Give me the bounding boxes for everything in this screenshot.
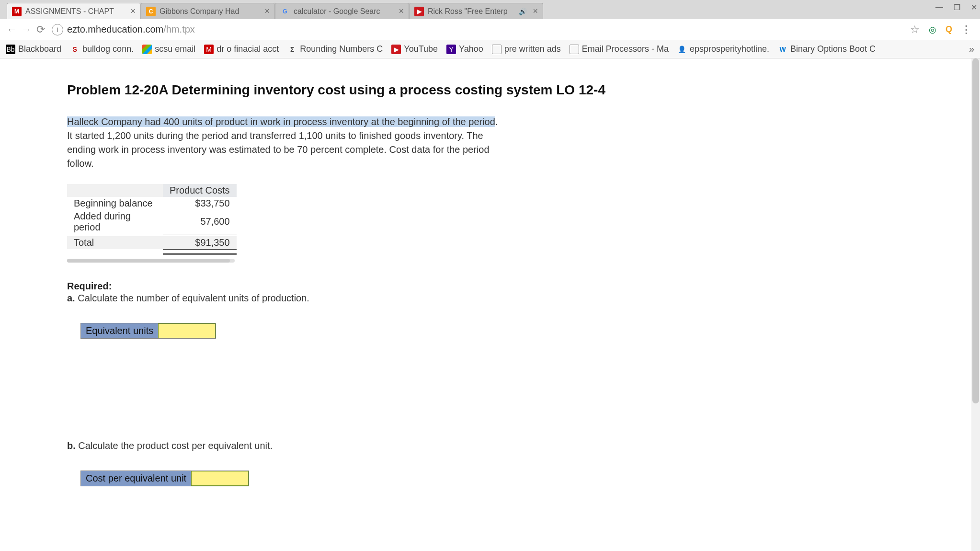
bookmark-star-icon[interactable]: ☆ <box>910 23 920 36</box>
highlighted-text: Halleck Company had 400 units of product… <box>67 116 495 127</box>
tab-favicon: M <box>12 7 22 16</box>
cost-row-label: Added during period <box>67 210 163 234</box>
bookmark-label: scsu email <box>155 44 195 54</box>
vertical-scrollbar[interactable] <box>971 58 980 551</box>
extension-icon[interactable]: Q <box>944 24 954 35</box>
answer-box-b: Cost per equivalent unit <box>80 471 249 486</box>
tab-favicon: G <box>280 7 290 16</box>
back-button[interactable]: ← <box>5 23 19 36</box>
minimize-icon[interactable]: — <box>935 3 943 12</box>
bookmark-icon: 👤 <box>677 45 687 54</box>
bookmark-item[interactable]: ΣRounding Numbers C <box>287 44 383 54</box>
bookmark-bar: BbBlackboard Sbulldog conn. scsu email M… <box>0 40 980 58</box>
browser-tab-active[interactable]: M ASSIGNMENTS - CHAPT × <box>7 3 141 19</box>
bookmark-item[interactable]: scsu email <box>142 44 195 54</box>
reload-button[interactable]: ⟳ <box>34 23 48 36</box>
tab-close-icon[interactable]: × <box>533 6 538 16</box>
tab-close-icon[interactable]: × <box>399 6 404 16</box>
tab-close-icon[interactable]: × <box>130 6 136 16</box>
requirement-a: a. Calculate the number of equivalent un… <box>67 293 980 304</box>
forward-button[interactable]: → <box>19 23 34 36</box>
bookmark-label: Rounding Numbers C <box>300 44 383 54</box>
tab-title: Gibbons Company Had <box>160 7 261 16</box>
requirement-b: b. Calculate the product cost per equiva… <box>67 440 980 451</box>
browser-tab-strip: M ASSIGNMENTS - CHAPT × C Gibbons Compan… <box>0 0 980 19</box>
tab-title: calculator - Google Searc <box>294 7 395 16</box>
bookmark-item[interactable]: WBinary Options Boot C <box>778 44 876 54</box>
bookmark-icon: ▶ <box>391 45 401 54</box>
bookmark-label: epsprosperityhotline. <box>690 44 769 54</box>
bookmark-item[interactable]: 👤epsprosperityhotline. <box>677 44 769 54</box>
bookmark-item[interactable]: Mdr o finacial acct <box>204 44 279 54</box>
url-host: ezto.mheducation.com <box>67 24 163 34</box>
tab-favicon: ▶ <box>414 7 424 16</box>
window-controls: — ❐ ✕ <box>935 3 977 12</box>
bookmark-label: Blackboard <box>18 44 61 54</box>
bookmark-icon: W <box>778 45 787 54</box>
bookmark-overflow-icon[interactable]: » <box>969 44 974 55</box>
browser-tab[interactable]: C Gibbons Company Had × <box>141 3 275 19</box>
close-window-icon[interactable]: ✕ <box>971 3 977 12</box>
tab-favicon: C <box>146 7 156 16</box>
bookmark-item[interactable]: pre written ads <box>492 44 561 54</box>
bookmark-icon <box>142 45 152 54</box>
extension-icon[interactable]: ◎ <box>927 24 938 35</box>
bookmark-icon: Σ <box>287 45 297 54</box>
tab-close-icon[interactable]: × <box>264 6 270 16</box>
cost-table-header: Product Costs <box>163 184 237 197</box>
bookmark-label: Binary Options Boot C <box>790 44 876 54</box>
cost-total-label: Total <box>67 236 163 250</box>
restore-icon[interactable]: ❐ <box>954 3 960 12</box>
bookmark-icon <box>570 45 579 54</box>
bookmark-icon: Bb <box>6 45 15 54</box>
tab-audio-icon[interactable]: 🔊 <box>519 8 527 15</box>
tab-title: ASSIGNMENTS - CHAPT <box>25 7 126 16</box>
browser-menu-icon[interactable]: ⋮ <box>961 23 971 36</box>
table-scrollbar[interactable] <box>67 259 235 263</box>
cost-table: Product Costs Beginning balance$33,750 A… <box>67 184 237 255</box>
url-path: /hm.tpx <box>163 24 195 34</box>
bookmark-label: Email Processors - Ma <box>582 44 669 54</box>
problem-title: Problem 12-20A Determining inventory cos… <box>67 82 980 98</box>
problem-text: Halleck Company had 400 units of product… <box>67 115 498 171</box>
tab-title: Rick Ross "Free Enterp <box>428 7 517 16</box>
bookmark-item[interactable]: BbBlackboard <box>6 44 61 54</box>
page-content: Problem 12-20A Determining inventory cos… <box>0 58 980 486</box>
answer-label-b: Cost per equivalent unit <box>81 471 191 486</box>
url-input[interactable]: ezto.mheducation.com/hm.tpx <box>67 24 905 35</box>
cost-row-amount: 57,600 <box>163 210 237 234</box>
answer-label-a: Equivalent units <box>81 323 158 338</box>
browser-tab[interactable]: ▶ Rick Ross "Free Enterp 🔊 × <box>409 3 543 19</box>
bookmark-icon: Y <box>446 45 456 54</box>
bookmark-item[interactable]: Sbulldog conn. <box>70 44 134 54</box>
bookmark-label: YouTube <box>404 44 438 54</box>
address-bar: ← → ⟳ i ezto.mheducation.com/hm.tpx ☆ ◎ … <box>0 19 980 40</box>
cost-row-label: Beginning balance <box>67 197 163 210</box>
bookmark-icon <box>492 45 501 54</box>
bookmark-label: dr o finacial acct <box>217 44 279 54</box>
required-header: Required: <box>67 281 980 292</box>
bookmark-label: Yahoo <box>459 44 483 54</box>
bookmark-label: bulldog conn. <box>82 44 134 54</box>
answer-box-a: Equivalent units <box>80 323 216 339</box>
bookmark-label: pre written ads <box>504 44 561 54</box>
cost-total-amount: $91,350 <box>163 236 237 250</box>
bookmark-icon: S <box>70 45 80 54</box>
bookmark-icon: M <box>204 45 214 54</box>
cost-per-unit-input[interactable] <box>191 471 249 486</box>
cost-row-amount: $33,750 <box>163 197 237 210</box>
bookmark-item[interactable]: ▶YouTube <box>391 44 438 54</box>
bookmark-item[interactable]: Email Processors - Ma <box>570 44 669 54</box>
site-info-icon[interactable]: i <box>52 24 63 35</box>
bookmark-item[interactable]: YYahoo <box>446 44 483 54</box>
equivalent-units-input[interactable] <box>158 323 216 338</box>
browser-tab[interactable]: G calculator - Google Searc × <box>275 3 409 19</box>
